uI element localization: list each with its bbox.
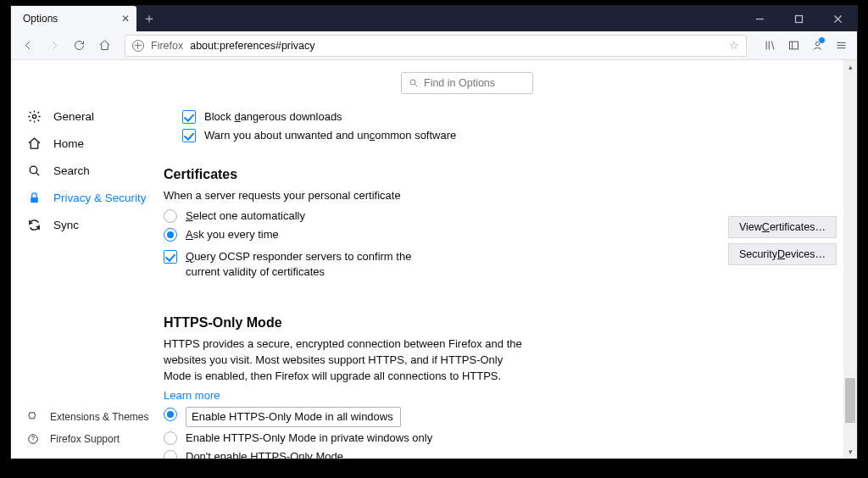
app-menu-button[interactable] <box>830 34 852 58</box>
radio-label: Enable HTTPS-Only Mode in all windows <box>186 407 401 427</box>
sync-icon <box>26 217 42 232</box>
home-icon <box>26 136 42 151</box>
security-devices-button[interactable]: Security Devices… <box>728 243 837 265</box>
radio-icon <box>164 228 177 242</box>
sidebar-bottom-label: Extensions & Themes <box>50 411 149 423</box>
certificates-buttons: View Certificates… Security Devices… <box>728 216 837 265</box>
search-icon <box>409 78 419 88</box>
preferences-main: Find in Options Block dangerous download… <box>164 60 857 459</box>
svg-point-5 <box>30 166 37 174</box>
new-tab-button[interactable]: ＋ <box>136 6 162 31</box>
checkbox-icon <box>164 250 177 264</box>
nav-toolbar: Firefox about:preferences#privacy ☆ <box>11 31 857 60</box>
maximize-button[interactable] <box>779 6 818 31</box>
find-in-options[interactable]: Find in Options <box>401 72 533 94</box>
url-identity-label: Firefox <box>151 40 183 52</box>
sidebar-extensions-themes[interactable]: Extensions & Themes <box>26 406 164 428</box>
checkbox-label: Block dangerous downloads <box>204 109 342 125</box>
lock-icon <box>26 190 42 205</box>
tab-title: Options <box>23 13 58 25</box>
url-bar[interactable]: Firefox about:preferences#privacy ☆ <box>125 35 747 57</box>
section-heading-certificates: Certificates <box>164 167 837 182</box>
puzzle-icon <box>26 410 40 424</box>
library-button[interactable] <box>759 34 781 58</box>
gear-icon <box>26 108 42 124</box>
svg-rect-2 <box>789 42 798 49</box>
search-icon <box>26 163 42 178</box>
sidebar-item-privacy[interactable]: Privacy & Security <box>26 184 164 211</box>
svg-point-3 <box>815 42 819 45</box>
https-only-description: HTTPS provides a secure, encrypted conne… <box>164 336 528 384</box>
checkbox-icon <box>182 129 196 142</box>
sidebar-button[interactable] <box>782 34 804 58</box>
learn-more-link[interactable]: Learn more <box>164 389 837 402</box>
sidebar-item-label: General <box>53 110 94 123</box>
scroll-down-arrow-icon[interactable]: ▾ <box>843 445 857 459</box>
preferences-sidebar: General Home Search Privacy & Security S… <box>11 60 164 459</box>
preferences-content: General Home Search Privacy & Security S… <box>11 60 857 459</box>
checkbox-warn-uncommon-software[interactable]: Warn you about unwanted and uncommon sof… <box>182 128 837 143</box>
sidebar-item-home[interactable]: Home <box>26 130 164 157</box>
close-icon[interactable]: ✕ <box>121 13 130 25</box>
radio-https-only-private-windows[interactable]: Enable HTTPS-Only Mode in private window… <box>164 431 837 446</box>
checkbox-query-ocsp[interactable]: Query OCSP responder servers to confirm … <box>164 249 435 280</box>
find-in-options-placeholder: Find in Options <box>424 77 495 89</box>
certificates-description: When a server requests your personal cer… <box>164 187 528 203</box>
sidebar-item-general[interactable]: General <box>26 103 164 130</box>
radio-https-only-disabled[interactable]: Don't enable HTTPS-Only Mode <box>164 449 837 459</box>
sidebar-item-label: Sync <box>53 219 79 231</box>
help-icon <box>26 432 40 446</box>
bookmark-star-icon[interactable]: ☆ <box>729 39 739 52</box>
window-controls <box>740 6 857 31</box>
firefox-identity-icon <box>132 40 144 52</box>
forward-button[interactable] <box>42 34 65 58</box>
checkbox-label: Warn you about unwanted and uncommon sof… <box>204 128 456 143</box>
radio-label: Ask you every time <box>186 227 279 242</box>
section-heading-https-only: HTTPS-Only Mode <box>164 315 837 331</box>
svg-point-8 <box>410 80 415 85</box>
checkbox-icon <box>182 110 196 124</box>
tab-options[interactable]: Options ✕ <box>11 6 136 31</box>
view-certificates-button[interactable]: View Certificates… <box>728 216 837 238</box>
sidebar-item-label: Privacy & Security <box>53 192 147 204</box>
radio-label: Enable HTTPS-Only Mode in private window… <box>186 431 432 446</box>
url-text: about:preferences#privacy <box>190 40 314 52</box>
account-button[interactable] <box>806 34 828 58</box>
tab-strip: Options ✕ ＋ <box>11 6 857 31</box>
sidebar-item-search[interactable]: Search <box>26 157 164 184</box>
window-close-button[interactable] <box>818 6 857 31</box>
reload-button[interactable] <box>67 34 91 58</box>
minimize-button[interactable] <box>740 6 779 31</box>
scroll-up-arrow-icon[interactable]: ▴ <box>843 60 857 74</box>
svg-rect-1 <box>795 15 802 22</box>
radio-icon <box>164 450 177 459</box>
radio-icon <box>164 408 177 421</box>
sidebar-item-sync[interactable]: Sync <box>26 211 164 238</box>
vertical-scrollbar[interactable]: ▴ ▾ <box>843 60 857 459</box>
radio-icon <box>164 209 177 223</box>
certificates-section: Certificates When a server requests your… <box>164 167 837 280</box>
home-button[interactable] <box>92 34 116 58</box>
radio-label: Don't enable HTTPS-Only Mode <box>186 449 343 459</box>
https-only-section: HTTPS-Only Mode HTTPS provides a secure,… <box>164 315 837 459</box>
sidebar-item-label: Search <box>53 164 90 177</box>
checkbox-block-dangerous-downloads[interactable]: Block dangerous downloads <box>182 109 837 125</box>
radio-label: Select one automatically <box>186 208 305 224</box>
preferences-scrollpane: Block dangerous downloads Warn you about… <box>164 106 842 459</box>
radio-https-only-all-windows[interactable]: Enable HTTPS-Only Mode in all windows <box>164 407 837 427</box>
browser-window: Options ✕ ＋ Firefox about:preferences#pr… <box>10 5 858 459</box>
svg-rect-6 <box>31 197 38 202</box>
svg-point-4 <box>32 114 36 118</box>
scrollbar-track[interactable] <box>843 74 857 445</box>
back-button[interactable] <box>16 34 40 58</box>
toolbar-right <box>754 34 852 58</box>
sidebar-item-label: Home <box>53 137 84 150</box>
sidebar-firefox-support[interactable]: Firefox Support <box>26 428 164 450</box>
sidebar-bottom-label: Firefox Support <box>50 433 120 445</box>
radio-icon <box>164 431 177 445</box>
scrollbar-thumb[interactable] <box>845 378 855 423</box>
checkbox-label: Query OCSP responder servers to confirm … <box>186 249 435 280</box>
